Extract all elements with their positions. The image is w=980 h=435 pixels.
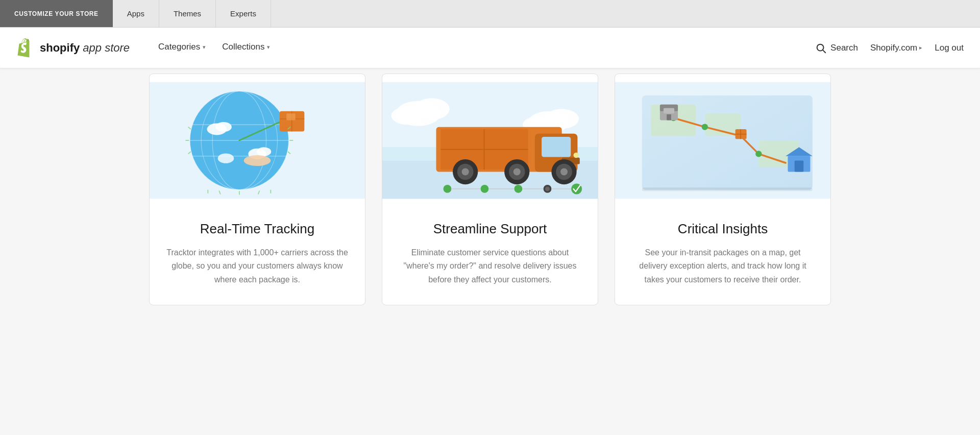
nav-links: Categories ▾ Collections ▾ xyxy=(150,28,815,68)
feature-card-real-time-tracking: Real-Time Tracking Tracktor integrates w… xyxy=(149,74,365,305)
card-title-insights: Critical Insights xyxy=(631,221,814,237)
features-grid: Real-Time Tracking Tracktor integrates w… xyxy=(149,74,831,305)
nav-categories[interactable]: Categories ▾ xyxy=(150,28,214,68)
svg-rect-82 xyxy=(667,114,671,120)
svg-point-46 xyxy=(574,153,579,158)
svg-point-38 xyxy=(391,107,423,125)
svg-point-58 xyxy=(560,168,568,176)
card-title-support: Streamline Support xyxy=(399,221,581,237)
top-bar-tab-themes[interactable]: Themes xyxy=(159,0,216,27)
top-bar-brand: CUSTOMIZE YOUR STORE xyxy=(0,0,113,27)
svg-rect-81 xyxy=(664,108,674,114)
svg-point-55 xyxy=(513,168,521,176)
svg-point-61 xyxy=(481,185,489,193)
search-icon xyxy=(815,42,826,54)
svg-point-78 xyxy=(755,151,762,157)
svg-rect-44 xyxy=(542,137,571,157)
card-image-insights xyxy=(615,74,830,207)
card-body-support: Streamline Support Eliminate customer se… xyxy=(382,207,598,305)
collections-chevron-icon: ▾ xyxy=(267,44,270,51)
logo-text: shopify app store xyxy=(40,41,130,55)
logo-link[interactable]: shopify app store xyxy=(16,38,130,58)
card-image-support xyxy=(382,74,598,207)
feature-card-streamline-support: Streamline Support Eliminate customer se… xyxy=(382,74,598,305)
brand-label: CUSTOMIZE YOUR STORE xyxy=(14,10,99,17)
card-body-tracking: Real-Time Tracking Tracktor integrates w… xyxy=(150,207,365,305)
svg-point-13 xyxy=(257,147,271,156)
card-body-insights: Critical Insights See your in-transit pa… xyxy=(615,207,830,305)
map-illustration xyxy=(615,74,830,207)
card-image-tracking xyxy=(150,74,365,207)
card-title-tracking: Real-Time Tracking xyxy=(166,221,349,237)
categories-chevron-icon: ▾ xyxy=(203,44,206,51)
top-bar-tab-experts[interactable]: Experts xyxy=(216,0,271,27)
svg-point-63 xyxy=(514,185,522,193)
svg-point-59 xyxy=(444,185,452,193)
svg-rect-20 xyxy=(286,113,296,120)
svg-point-11 xyxy=(215,122,232,132)
shopify-com-link[interactable]: Shopify.com ▸ xyxy=(870,43,922,53)
nav-right: Search Shopify.com ▸ Log out xyxy=(815,42,964,54)
top-bar-tab-apps[interactable]: Apps xyxy=(113,0,159,27)
svg-point-21 xyxy=(244,155,271,166)
truck-illustration xyxy=(382,74,598,207)
main-content: Real-Time Tracking Tracktor integrates w… xyxy=(133,74,847,336)
svg-rect-89 xyxy=(642,187,813,191)
top-bar: CUSTOMIZE YOUR STORE Apps Themes Experts xyxy=(0,0,980,28)
main-nav: shopify app store Categories ▾ Collectio… xyxy=(0,28,980,68)
svg-point-66 xyxy=(545,187,550,191)
svg-rect-88 xyxy=(795,161,804,172)
svg-point-14 xyxy=(218,153,234,163)
card-desc-support: Eliminate customer service questions abo… xyxy=(399,246,581,286)
feature-card-critical-insights: Critical Insights See your in-transit pa… xyxy=(615,74,831,305)
shopify-com-arrow-icon: ▸ xyxy=(919,44,922,51)
tracking-illustration xyxy=(150,74,365,207)
nav-collections[interactable]: Collections ▾ xyxy=(214,28,278,68)
shopify-logo-icon xyxy=(16,38,36,58)
card-desc-tracking: Tracktor integrates with 1,000+ carriers… xyxy=(166,246,349,286)
card-desc-insights: See your in-transit packages on a map, g… xyxy=(631,246,814,286)
svg-point-76 xyxy=(702,124,708,130)
logout-link[interactable]: Log out xyxy=(935,43,964,53)
svg-point-52 xyxy=(462,168,469,176)
search-link[interactable]: Search xyxy=(815,42,858,54)
svg-line-1 xyxy=(823,50,825,53)
